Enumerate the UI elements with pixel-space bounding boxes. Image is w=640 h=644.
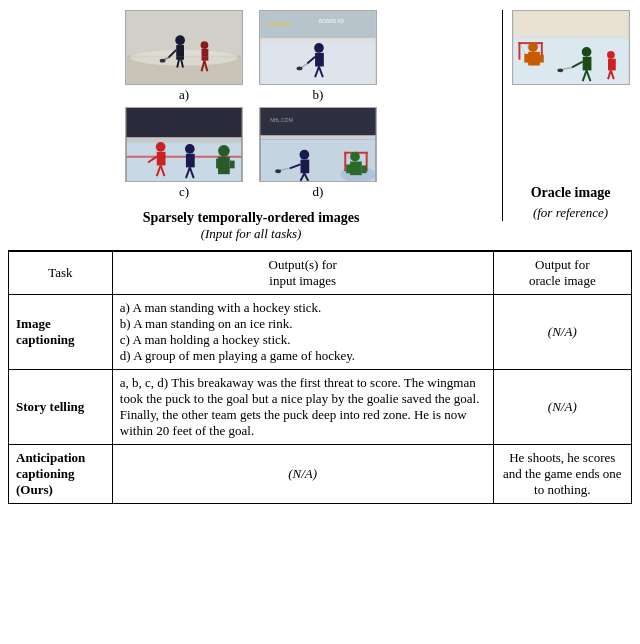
- image-c-block: NHL.COM c): [125, 107, 243, 200]
- image-d: NHL.COM: [259, 107, 377, 182]
- svg-rect-92: [607, 59, 615, 71]
- image-c-label: c): [179, 184, 189, 200]
- svg-rect-19: [261, 38, 376, 42]
- table-row: Anticipation captioning(Ours) (N/A) He s…: [9, 445, 632, 504]
- section-subtitle: (Input for all tasks): [201, 226, 302, 242]
- task-label-story-telling: Story telling: [16, 399, 84, 414]
- image-d-label: d): [313, 184, 324, 200]
- results-table: Task Output(s) forinput images Output fo…: [8, 251, 632, 504]
- svg-text:CAMBRIA: CAMBRIA: [265, 21, 292, 27]
- image-row-bottom: NHL.COM c) NHL.COM: [125, 107, 377, 200]
- svg-rect-53: [344, 152, 346, 171]
- svg-rect-71: [513, 11, 628, 35]
- oracle-image: [512, 10, 630, 85]
- svg-point-63: [300, 150, 310, 160]
- svg-rect-22: [315, 53, 324, 67]
- svg-text:NHL.COM: NHL.COM: [204, 141, 226, 146]
- svg-rect-50: [261, 135, 376, 139]
- svg-point-90: [557, 68, 563, 72]
- svg-point-69: [275, 169, 281, 173]
- header-output: Output(s) forinput images: [112, 252, 493, 295]
- svg-point-84: [581, 47, 591, 57]
- svg-rect-83: [538, 55, 543, 63]
- image-a-block: a): [125, 10, 243, 103]
- svg-rect-10: [202, 49, 209, 61]
- svg-rect-64: [300, 160, 309, 174]
- image-b-label: b): [313, 87, 324, 103]
- oracle-anticipation-captioning: He shoots, he scores and the game ends o…: [493, 445, 631, 504]
- output-image-captioning: a) A man standing with a hockey stick. b…: [112, 295, 493, 370]
- svg-rect-60: [350, 162, 362, 176]
- svg-point-13: [160, 59, 166, 63]
- table-row: Image captioning a) A man standing with …: [9, 295, 632, 370]
- svg-point-9: [201, 41, 209, 49]
- na-story-telling: (N/A): [548, 399, 577, 414]
- svg-text:BOARD AD: BOARD AD: [319, 19, 345, 24]
- na-image-captioning: (N/A): [548, 324, 577, 339]
- oracle-image-captioning: (N/A): [493, 295, 631, 370]
- header-oracle-output-text: Output fororacle image: [529, 257, 596, 288]
- table-row: Story telling a, b, c, d) This breakaway…: [9, 370, 632, 445]
- svg-rect-44: [216, 159, 220, 169]
- task-label-anticipation: Anticipation captioning(Ours): [16, 450, 85, 497]
- table-header-row: Task Output(s) forinput images Output fo…: [9, 252, 632, 295]
- svg-point-80: [528, 42, 538, 52]
- header-oracle-output: Output fororacle image: [493, 252, 631, 295]
- image-c: NHL.COM: [125, 107, 243, 182]
- svg-rect-29: [127, 108, 242, 137]
- svg-point-3: [175, 35, 185, 45]
- task-image-captioning: Image captioning: [9, 295, 113, 370]
- top-section: a) CAMBRIA BOARD AD: [8, 10, 632, 251]
- svg-point-59: [350, 152, 360, 162]
- svg-rect-34: [157, 152, 166, 166]
- image-b: CAMBRIA BOARD AD: [259, 10, 377, 85]
- svg-point-33: [156, 142, 166, 152]
- image-a: [125, 10, 243, 85]
- svg-point-91: [607, 51, 615, 59]
- svg-rect-74: [518, 42, 520, 60]
- image-a-label: a): [179, 87, 189, 103]
- oracle-title: Oracle image: [531, 185, 611, 201]
- header-task: Task: [9, 252, 113, 295]
- main-container: a) CAMBRIA BOARD AD: [0, 0, 640, 512]
- svg-rect-62: [362, 165, 367, 173]
- image-d-block: NHL.COM: [259, 107, 377, 200]
- svg-rect-82: [524, 54, 529, 63]
- svg-rect-61: [346, 164, 351, 173]
- task-story-telling: Story telling: [9, 370, 113, 445]
- svg-rect-81: [528, 52, 540, 66]
- output-anticipation-captioning: (N/A): [112, 445, 493, 504]
- na-anticipation: (N/A): [288, 466, 317, 481]
- svg-rect-72: [513, 35, 628, 39]
- section-title: Sparsely temporally-ordered images: [143, 210, 360, 226]
- task-anticipation-captioning: Anticipation captioning(Ours): [9, 445, 113, 504]
- svg-rect-39: [186, 154, 195, 168]
- svg-point-38: [185, 144, 195, 154]
- oracle-section: Oracle image (for reference): [502, 10, 632, 221]
- svg-point-21: [314, 43, 324, 53]
- image-b-block: CAMBRIA BOARD AD: [259, 10, 377, 103]
- output-story-telling: a, b, c, d) This breakaway was the first…: [112, 370, 493, 445]
- svg-rect-45: [230, 161, 235, 169]
- header-output-text: Output(s) forinput images: [269, 257, 337, 288]
- oracle-subtitle: (for reference): [533, 205, 608, 221]
- oracle-story-telling: (N/A): [493, 370, 631, 445]
- task-label-image-captioning: Image captioning: [16, 316, 75, 347]
- svg-rect-85: [582, 57, 591, 71]
- svg-text:NHL.COM: NHL.COM: [270, 118, 292, 123]
- svg-point-27: [297, 66, 303, 70]
- svg-point-42: [218, 145, 230, 157]
- input-images-section: a) CAMBRIA BOARD AD: [8, 10, 494, 242]
- image-row-top: a) CAMBRIA BOARD AD: [125, 10, 377, 103]
